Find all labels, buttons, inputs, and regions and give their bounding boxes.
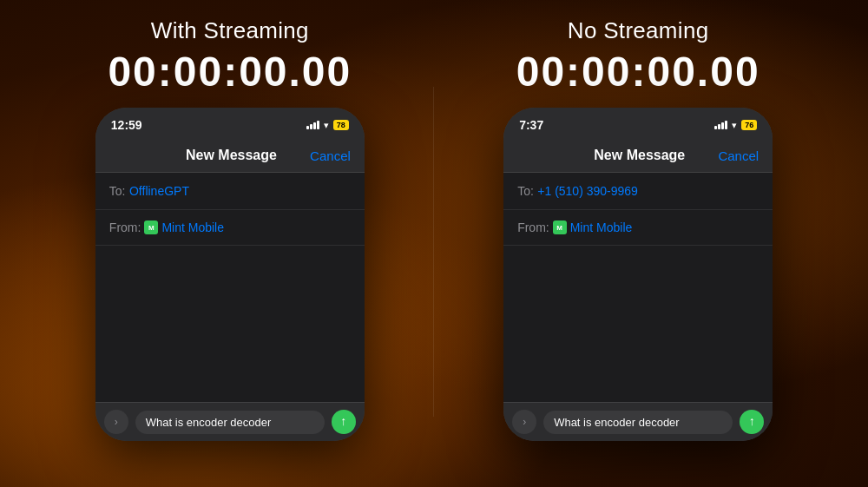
right-from-value[interactable]: Mint Mobile bbox=[570, 220, 633, 234]
right-compose-body[interactable] bbox=[503, 246, 773, 402]
left-compose-area: To: OfflineGPT From: M Mint Mobile bbox=[95, 173, 365, 402]
right-iphone: 7:37 ▾ 76 New Message Cancel bbox=[503, 108, 773, 441]
right-to-label: To: bbox=[517, 184, 534, 198]
left-signal-icon bbox=[306, 121, 319, 129]
left-to-field: To: OfflineGPT bbox=[95, 173, 365, 210]
left-battery-badge: 78 bbox=[333, 120, 349, 130]
right-from-field: From: M Mint Mobile bbox=[503, 210, 773, 246]
right-to-field: To: +1 (510) 390-9969 bbox=[503, 173, 773, 210]
left-cancel-button[interactable]: Cancel bbox=[310, 148, 351, 163]
right-timer: 00:00:00.00 bbox=[516, 48, 760, 95]
left-status-time: 12:59 bbox=[111, 118, 142, 132]
right-send-button[interactable]: ↑ bbox=[740, 410, 764, 434]
left-input-text: What is encoder decoder bbox=[146, 416, 272, 429]
right-battery-badge: 76 bbox=[741, 120, 757, 130]
left-iphone: 12:59 ▾ 78 New Message Cancel bbox=[95, 108, 365, 441]
left-send-arrow-icon: ↑ bbox=[340, 414, 346, 428]
left-wifi-icon: ▾ bbox=[324, 120, 329, 131]
main-container: With Streaming 00:00:00.00 12:59 ▾ 78 bbox=[0, 0, 868, 487]
left-text-input[interactable]: What is encoder decoder bbox=[135, 411, 325, 434]
right-cancel-button[interactable]: Cancel bbox=[718, 148, 759, 163]
left-status-icons: ▾ 78 bbox=[306, 120, 349, 131]
right-nav-bar: New Message Cancel bbox=[503, 139, 773, 173]
left-status-bar: 12:59 ▾ 78 bbox=[95, 108, 365, 139]
right-input-bar: › What is encoder decoder ↑ bbox=[503, 402, 773, 441]
left-to-value[interactable]: OfflineGPT bbox=[129, 184, 189, 198]
right-compose-area: To: +1 (510) 390-9969 From: M Mint Mobil… bbox=[503, 173, 773, 402]
right-status-bar: 7:37 ▾ 76 bbox=[503, 108, 773, 139]
right-wifi-icon: ▾ bbox=[732, 120, 737, 131]
right-panel: No Streaming 00:00:00.00 7:37 ▾ 76 bbox=[451, 17, 825, 441]
left-from-field: From: M Mint Mobile bbox=[95, 210, 365, 246]
right-send-arrow-icon: ↑ bbox=[749, 414, 755, 428]
right-input-text: What is encoder decoder bbox=[554, 416, 680, 429]
left-expand-button[interactable]: › bbox=[104, 410, 128, 434]
panel-divider bbox=[433, 87, 434, 417]
right-status-icons: ▾ 76 bbox=[714, 120, 757, 131]
left-mint-icon: M bbox=[144, 220, 158, 234]
left-send-button[interactable]: ↑ bbox=[332, 410, 356, 434]
right-status-time: 7:37 bbox=[519, 118, 543, 132]
right-mint-icon: M bbox=[553, 220, 567, 234]
left-from-value[interactable]: Mint Mobile bbox=[161, 220, 224, 234]
right-text-input[interactable]: What is encoder decoder bbox=[543, 411, 733, 434]
left-nav-bar: New Message Cancel bbox=[95, 139, 365, 173]
right-to-value[interactable]: +1 (510) 390-9969 bbox=[537, 184, 638, 198]
right-panel-title: No Streaming bbox=[568, 17, 709, 44]
left-from-label: From: bbox=[109, 220, 141, 234]
right-signal-icon bbox=[714, 121, 727, 129]
right-nav-title: New Message bbox=[594, 148, 685, 163]
left-panel-title: With Streaming bbox=[151, 17, 309, 44]
left-input-bar: › What is encoder decoder ↑ bbox=[95, 402, 365, 441]
left-nav-title: New Message bbox=[186, 148, 277, 163]
right-from-label: From: bbox=[517, 220, 549, 234]
left-compose-body[interactable] bbox=[95, 246, 365, 402]
right-expand-button[interactable]: › bbox=[512, 410, 536, 434]
left-timer: 00:00:00.00 bbox=[108, 48, 352, 95]
left-to-label: To: bbox=[109, 184, 126, 198]
left-panel: With Streaming 00:00:00.00 12:59 ▾ 78 bbox=[43, 17, 417, 441]
